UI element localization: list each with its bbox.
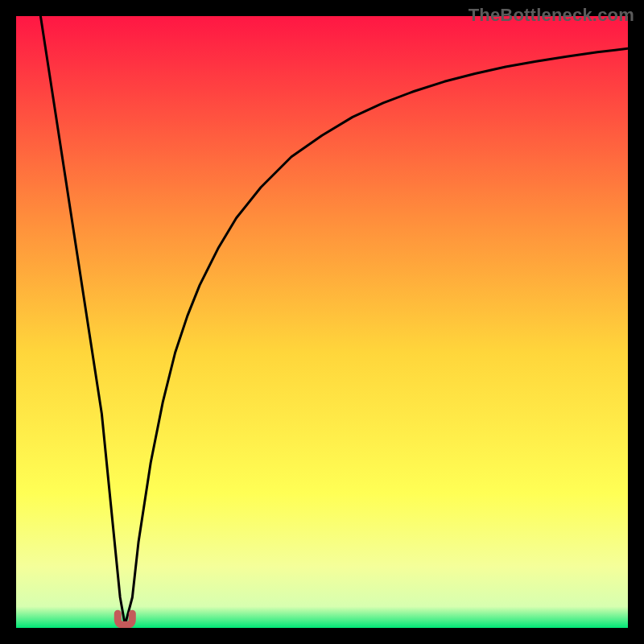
watermark-text: TheBottleneck.com (469, 5, 634, 26)
gradient-background (16, 16, 628, 628)
plot-area (16, 16, 628, 628)
plot-svg (16, 16, 628, 628)
chart-frame: TheBottleneck.com (0, 0, 644, 644)
